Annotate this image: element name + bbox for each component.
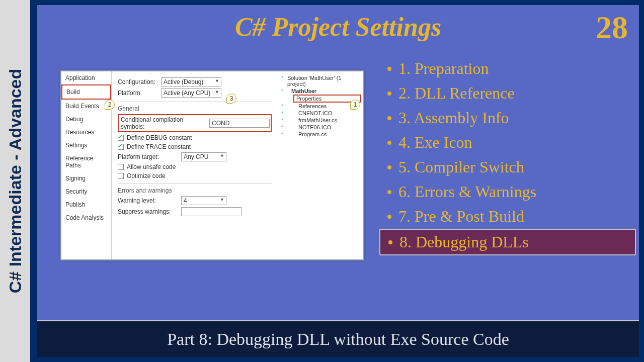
suppress-warnings-label: Suppress warnings: bbox=[118, 208, 178, 215]
vs-tab-application[interactable]: Application bbox=[61, 71, 111, 84]
vs-tab-resources[interactable]: Resources bbox=[61, 126, 111, 139]
vs-tab-settings[interactable]: Settings bbox=[61, 139, 111, 152]
file-node[interactable]: CNFNOT.ICO bbox=[280, 110, 361, 117]
agenda-item-5: 5. Compiler Switch bbox=[379, 155, 636, 179]
agenda-list: 1. Preparation2. DLL Reference3. Assembl… bbox=[379, 56, 636, 255]
vs-tab-debug[interactable]: Debug bbox=[61, 113, 111, 126]
callout-1: 1 bbox=[350, 100, 360, 110]
vs-tab-publish[interactable]: Publish bbox=[61, 198, 111, 211]
callout-3: 3 bbox=[226, 94, 236, 104]
slide-number: 28 bbox=[596, 9, 628, 46]
debug-constant-checkbox[interactable] bbox=[118, 135, 124, 141]
debug-constant-label: Define DEBUG constant bbox=[127, 134, 192, 141]
bullet-icon bbox=[387, 141, 391, 145]
file-node[interactable]: Program.cs bbox=[280, 131, 361, 138]
slide-title: C# Project Settings bbox=[37, 5, 639, 42]
trace-constant-checkbox[interactable] bbox=[118, 144, 124, 150]
project-node[interactable]: MathUser bbox=[280, 87, 361, 95]
agenda-item-7: 7. Pre & Post Build bbox=[379, 204, 636, 229]
agenda-item-1: 1. Preparation bbox=[379, 56, 636, 81]
bullet-icon bbox=[387, 190, 391, 194]
vs-tab-signing[interactable]: Signing bbox=[61, 172, 111, 185]
agenda-item-label: 3. Assembly Info bbox=[398, 109, 509, 127]
config-select[interactable]: Active (Debug) bbox=[161, 77, 221, 86]
file-node[interactable]: NOTE06.ICO bbox=[280, 124, 361, 131]
footer-text: Part 8: Debugging DLL without Exe Source… bbox=[167, 330, 509, 349]
agenda-item-8: 8. Debugging DLLs bbox=[379, 229, 636, 255]
trace-constant-label: Define TRACE constant bbox=[127, 143, 191, 150]
agenda-item-label: 1. Preparation bbox=[398, 59, 489, 78]
solution-root[interactable]: Solution 'MathUser' (1 project) bbox=[280, 74, 361, 87]
warning-level-select[interactable]: 4 bbox=[181, 196, 226, 205]
agenda-item-2: 2. DLL Reference bbox=[379, 81, 636, 106]
unsafe-checkbox[interactable] bbox=[118, 164, 124, 170]
vs-project-settings-screenshot: ApplicationBuildBuild EventsDebugResourc… bbox=[60, 70, 364, 260]
config-label: Configuration: bbox=[118, 78, 158, 85]
vs-tab-reference-paths[interactable]: Reference Paths bbox=[61, 152, 111, 172]
agenda-item-label: 5. Compiler Switch bbox=[398, 158, 524, 176]
vs-tab-build[interactable]: Build bbox=[61, 84, 111, 100]
bullet-icon bbox=[387, 165, 391, 169]
optimize-label: Optimize code bbox=[127, 172, 166, 179]
errors-warnings-group-label: Errors and warnings bbox=[118, 184, 272, 194]
suppress-warnings-input[interactable] bbox=[181, 207, 242, 216]
cond-symbols-label: Conditional compilation symbols: bbox=[121, 116, 206, 130]
slide-frame: C# Project Settings 28 ApplicationBuildB… bbox=[32, 0, 644, 362]
agenda-item-label: 4. Exe Icon bbox=[398, 133, 472, 152]
bullet-icon bbox=[387, 215, 391, 219]
agenda-item-6: 6. Errors & Warnings bbox=[379, 179, 636, 204]
platform-label: Platform: bbox=[118, 89, 158, 97]
footer-bar: Part 8: Debugging DLL without Exe Source… bbox=[37, 320, 639, 357]
agenda-item-label: 6. Errors & Warnings bbox=[398, 183, 536, 201]
unsafe-label: Allow unsafe code bbox=[127, 163, 176, 170]
bullet-icon bbox=[387, 92, 391, 96]
platform-select[interactable]: Active (Any CPU) bbox=[161, 88, 221, 98]
warning-level-label: Warning level: bbox=[118, 197, 178, 204]
file-node[interactable]: frmMathUser.cs bbox=[280, 117, 361, 124]
agenda-item-label: 7. Pre & Post Build bbox=[398, 207, 524, 226]
solution-explorer: Solution 'MathUser' (1 project) MathUser… bbox=[278, 71, 363, 259]
vs-tab-list: ApplicationBuildBuild EventsDebugResourc… bbox=[61, 71, 112, 259]
agenda-item-4: 4. Exe Icon bbox=[379, 130, 636, 155]
vs-tab-code-analysis[interactable]: Code Analysis bbox=[61, 211, 111, 224]
vs-build-panel: Configuration: Active (Debug) Platform: … bbox=[112, 71, 278, 259]
side-label: C# Intermediate - Advanced bbox=[6, 69, 25, 294]
bullet-icon bbox=[387, 116, 391, 120]
bullet-icon bbox=[387, 67, 391, 71]
vs-tab-build-events[interactable]: Build Events bbox=[61, 100, 111, 113]
vs-tab-security[interactable]: Security bbox=[61, 185, 111, 198]
optimize-checkbox[interactable] bbox=[118, 173, 124, 179]
left-sidebar: C# Intermediate - Advanced bbox=[0, 0, 32, 362]
general-group-label: General bbox=[118, 102, 272, 112]
platform-target-label: Platform target: bbox=[118, 153, 178, 160]
agenda-item-3: 3. Assembly Info bbox=[379, 106, 636, 130]
cond-symbols-input[interactable]: COND bbox=[209, 119, 270, 128]
bullet-icon bbox=[388, 240, 392, 244]
agenda-item-label: 8. Debugging DLLs bbox=[399, 233, 529, 251]
agenda-item-label: 2. DLL Reference bbox=[398, 84, 515, 103]
references-node[interactable]: References bbox=[280, 103, 361, 110]
platform-target-select[interactable]: Any CPU bbox=[181, 152, 226, 161]
